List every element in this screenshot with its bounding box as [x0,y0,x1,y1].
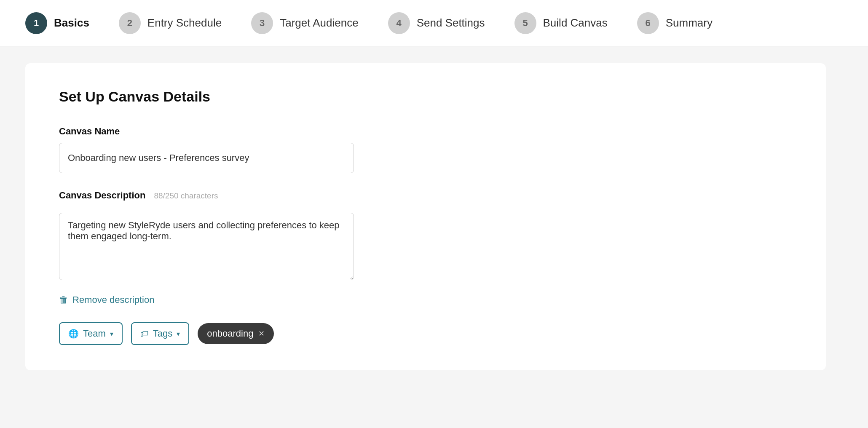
remove-description-label: Remove description [72,294,154,305]
trash-icon: 🗑 [59,294,68,305]
canvas-description-label: Canvas Description [59,190,145,201]
step-5-circle: 5 [514,12,536,34]
step-6-circle: 6 [637,12,659,34]
globe-icon: 🌐 [68,329,79,339]
team-chevron-icon: ▾ [110,330,113,338]
section-title: Set Up Canvas Details [59,88,792,105]
step-4-send-settings[interactable]: 4 Send Settings [388,12,485,34]
canvas-name-input[interactable] [59,143,354,173]
step-3-circle: 3 [251,12,273,34]
canvas-name-label: Canvas Name [59,126,792,137]
tags-dropdown-button[interactable]: 🏷 Tags ▾ [131,322,189,345]
step-3-target-audience[interactable]: 3 Target Audience [251,12,358,34]
canvas-name-field: Canvas Name [59,126,792,173]
step-4-label: Send Settings [417,16,485,29]
tag-icon: 🏷 [140,329,149,339]
canvas-details-card: Set Up Canvas Details Canvas Name Canvas… [25,63,826,370]
team-button-label: Team [83,328,106,339]
step-2-entry-schedule[interactable]: 2 Entry Schedule [119,12,222,34]
step-5-build-canvas[interactable]: 5 Build Canvas [514,12,608,34]
step-5-label: Build Canvas [543,16,608,29]
canvas-description-textarea[interactable]: Targeting new StyleRyde users and collec… [59,213,354,280]
step-6-summary[interactable]: 6 Summary [637,12,713,34]
step-3-label: Target Audience [280,16,358,29]
step-1-basics[interactable]: 1 Basics [25,12,89,34]
tags-chevron-icon: ▾ [177,330,180,338]
canvas-description-field: Canvas Description 88/250 characters Tar… [59,190,792,282]
step-2-label: Entry Schedule [147,16,222,29]
remove-description-button[interactable]: 🗑 Remove description [59,294,154,305]
onboarding-tag-label: onboarding [207,328,253,339]
onboarding-tag-close-button[interactable]: ✕ [258,329,265,338]
step-1-label: Basics [54,16,89,29]
char-count-display: 88/250 characters [154,191,218,201]
step-4-circle: 4 [388,12,410,34]
step-2-circle: 2 [119,12,141,34]
team-dropdown-button[interactable]: 🌐 Team ▾ [59,322,123,345]
step-6-label: Summary [666,16,713,29]
main-content: Set Up Canvas Details Canvas Name Canvas… [0,46,868,428]
tags-button-label: Tags [153,328,172,339]
tag-row: 🌐 Team ▾ 🏷 Tags ▾ onboarding ✕ [59,322,792,345]
step-navigation: 1 Basics 2 Entry Schedule 3 Target Audie… [0,0,868,46]
onboarding-tag-chip: onboarding ✕ [198,323,274,344]
step-1-circle: 1 [25,12,47,34]
